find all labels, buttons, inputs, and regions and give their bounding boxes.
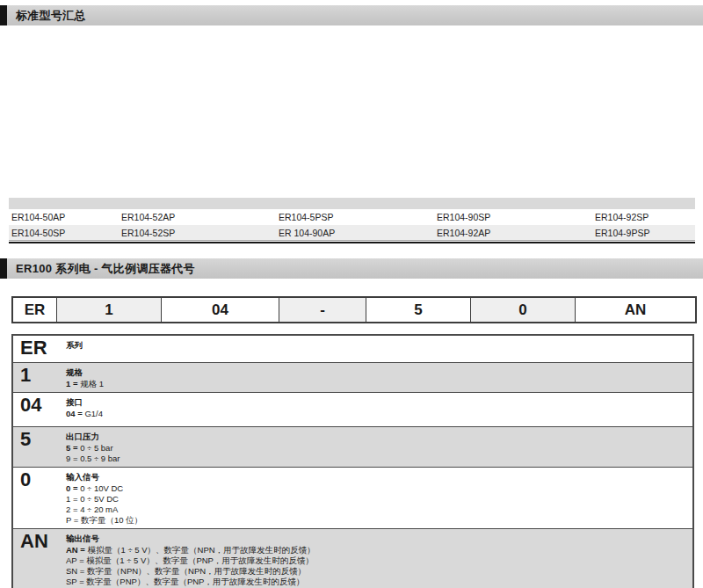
breakdown-line: 2 = 4 ÷ 20 mA	[66, 505, 692, 515]
code-cell: ER	[13, 298, 57, 322]
breakdown-line: 04 = G1/4	[66, 409, 692, 419]
section-title: ER100 系列电 - 气比例调压器代号	[16, 261, 195, 277]
model-cell: ER104-52AP	[121, 212, 279, 222]
model-cell: ER104-50SP	[11, 228, 121, 238]
breakdown-line: SN = 数字量（NPN）、数字量（NPN，用于故障发生时的反馈）	[66, 566, 692, 577]
model-cell: ER 104-90AP	[279, 228, 437, 238]
model-cell: ER104-5PSP	[279, 212, 437, 222]
breakdown-line: P = 数字量（10 位）	[66, 515, 692, 526]
breakdown-line: 1 = 0 ÷ 5V DC	[66, 494, 692, 505]
model-cell: ER104-50AP	[11, 212, 121, 222]
order-code-strip: ER 1 04 - 5 0 AN	[11, 296, 697, 323]
breakdown-row-port: 04 接口 04 = G1/4	[13, 393, 692, 427]
breakdown-code: 5	[13, 427, 64, 467]
model-cell: ER104-92SP	[595, 212, 695, 222]
code-cell: -	[279, 298, 366, 322]
breakdown-code: ER	[13, 336, 64, 362]
breakdown-title: 接口	[66, 397, 692, 408]
breakdown-line: 5 = 0 ÷ 5 bar	[66, 443, 692, 454]
code-cell: 04	[162, 298, 279, 322]
code-breakdown-table: ER 系列 1 规格 1 = 规格 1 04 接口 04 = G1/4 5 出口…	[11, 334, 694, 588]
breakdown-code: 04	[13, 393, 64, 426]
breakdown-title: 系列	[66, 340, 692, 351]
header-accent-bar	[0, 258, 7, 279]
breakdown-code: 1	[13, 363, 64, 392]
header-accent-bar	[0, 5, 7, 25]
breakdown-code: AN	[13, 529, 64, 588]
breakdown-title: 输出信号	[66, 534, 692, 544]
breakdown-title: 规格	[66, 367, 692, 378]
code-cell: AN	[576, 298, 695, 322]
section-header-order-code: ER100 系列电 - 气比例调压器代号	[0, 258, 703, 279]
breakdown-title: 出口压力	[66, 432, 692, 442]
breakdown-line: 0 = 0 ÷ 10V DC	[66, 483, 692, 494]
model-cell: ER104-52SP	[121, 228, 279, 238]
breakdown-row-output-signal: AN 输出信号 AN = 模拟量（1 ÷ 5 V）、数字量（NPN，用于故障发生…	[13, 529, 692, 588]
breakdown-row-size: 1 规格 1 = 规格 1	[13, 363, 692, 393]
model-cell: ER104-92AP	[437, 228, 595, 238]
code-cell: 1	[57, 298, 162, 322]
breakdown-row-input-signal: 0 输入信号 0 = 0 ÷ 10V DC 1 = 0 ÷ 5V DC 2 = …	[13, 468, 692, 529]
code-cell: 5	[366, 298, 471, 322]
section-header-standard-models: 标准型号汇总	[0, 5, 703, 25]
breakdown-row-series: ER 系列	[13, 336, 692, 363]
model-table-header-strip	[9, 198, 695, 209]
breakdown-line: AP = 模拟量（1 ÷ 5 V）、数字量（PNP，用于故障发生时的反馈）	[66, 555, 692, 566]
catalog-page: { "headers": { "standard_models": "标准型号汇…	[0, 0, 703, 588]
breakdown-title: 输入信号	[66, 472, 692, 483]
section-title: 标准型号汇总	[16, 8, 86, 24]
breakdown-line: SP = 数字量（PNP）、数字量（PNP，用于故障发生时的反馈）	[66, 577, 692, 587]
model-table-row: ER104-50AP ER104-52AP ER104-5PSP ER104-9…	[9, 209, 695, 225]
model-cell: ER104-90SP	[437, 212, 595, 222]
breakdown-code: 0	[13, 468, 64, 528]
breakdown-line: 9 = 0.5 ÷ 9 bar	[66, 454, 692, 464]
model-cell: ER104-9PSP	[595, 228, 695, 238]
model-table-row: ER104-50SP ER104-52SP ER 104-90AP ER104-…	[9, 225, 695, 241]
breakdown-line: AN = 模拟量（1 ÷ 5 V）、数字量（NPN，用于故障发生时的反馈）	[66, 545, 692, 555]
breakdown-line: 1 = 规格 1	[66, 379, 692, 389]
breakdown-row-outlet-pressure: 5 出口压力 5 = 0 ÷ 5 bar 9 = 0.5 ÷ 9 bar	[13, 427, 692, 468]
model-summary-table: ER104-50AP ER104-52AP ER104-5PSP ER104-9…	[9, 198, 695, 243]
code-cell: 0	[471, 298, 576, 322]
